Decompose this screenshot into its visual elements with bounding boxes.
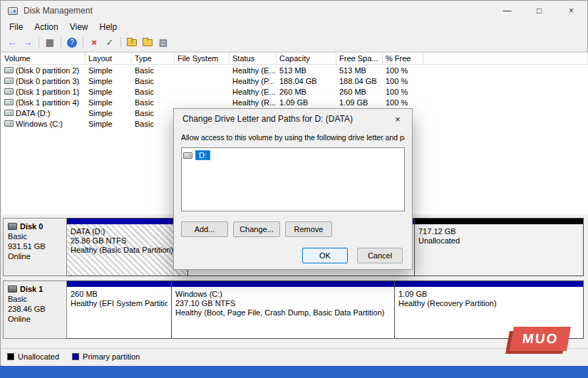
partition-color-bar (67, 219, 187, 224)
menubar: File Action View Help (1, 21, 587, 33)
column-header-capacity[interactable]: Capacity (277, 53, 336, 64)
dialog-instruction: Allow access to this volume by using the… (181, 133, 405, 142)
minimize-button[interactable]: — (491, 1, 523, 21)
add-button[interactable]: Add... (181, 221, 228, 237)
taskbar-strip (0, 366, 588, 378)
volume-icon (4, 110, 14, 116)
toolbar-separator (38, 37, 39, 48)
change-drive-letter-dialog: Change Drive Letter and Paths for D: (DA… (173, 108, 413, 270)
table-row[interactable]: (Disk 0 partition 2) Simple Basic Health… (1, 65, 588, 75)
properties-list-icon[interactable]: ▤ (155, 36, 171, 50)
partition-efi[interactable]: 260 MB Healthy (EFI System Partitio (67, 280, 172, 339)
disk-0-header[interactable]: Disk 0 Basic 931.51 GB Online (3, 218, 67, 276)
volume-icon (4, 120, 14, 127)
ok-button[interactable]: OK (302, 248, 348, 263)
help-icon[interactable]: ? (64, 36, 80, 50)
column-header-status[interactable]: Status (229, 53, 277, 64)
window-controls: — □ × (491, 1, 587, 21)
disk-icon (8, 223, 17, 230)
partition-color-bar (415, 219, 583, 224)
menu-action[interactable]: Action (29, 21, 63, 33)
column-header-pct-free[interactable]: % Free (383, 53, 423, 64)
partition-windows-c[interactable]: Windows (C:) 237.10 GB NTFS Healthy (Boo… (172, 280, 395, 339)
menu-view[interactable]: View (64, 21, 94, 33)
app-icon (8, 7, 18, 15)
drive-letter-list[interactable]: D: (181, 147, 405, 211)
toolbar: ← → ▦ ? × ✓ ↑ ▤ (1, 33, 587, 52)
dialog-title: Change Drive Letter and Paths for D: (DA… (182, 114, 353, 124)
toolbar-separator (83, 37, 83, 48)
partition-color-bar (172, 281, 394, 287)
partition-color-bar (67, 281, 171, 287)
toolbar-separator (120, 37, 121, 48)
dialog-close-icon[interactable]: × (383, 109, 412, 129)
primary-partition-swatch (72, 353, 79, 360)
unallocated-swatch (7, 353, 14, 360)
partition-unallocated[interactable]: 717.12 GB Unallocated (415, 218, 584, 276)
drive-letter-label: D: (195, 150, 210, 160)
table-row[interactable]: (Disk 1 partition 1) Simple Basic Health… (1, 86, 588, 97)
screen: Disk Management — □ × File Action View H… (0, 0, 588, 378)
drive-icon (183, 152, 192, 159)
dialog-titlebar: Change Drive Letter and Paths for D: (DA… (174, 109, 412, 129)
disk-1-row: Disk 1 Basic 238.46 GB Online 260 MB Hea… (3, 280, 584, 339)
volume-list-header: Volume Layout Type File System Status Ca… (1, 53, 588, 65)
column-header-type[interactable]: Type (132, 53, 175, 64)
mark-active-icon[interactable]: ✓ (102, 36, 118, 50)
volume-icon (4, 67, 14, 73)
cancel-button[interactable]: Cancel (357, 248, 403, 263)
legend-primary-partition: Primary partition (72, 352, 140, 361)
forward-icon[interactable]: → (20, 36, 36, 50)
change-button[interactable]: Change... (233, 221, 280, 237)
remove-button[interactable]: Remove (285, 221, 332, 237)
volume-icon (4, 88, 14, 95)
open-folder-up-icon[interactable]: ↑ (124, 36, 140, 50)
toolbar-separator (61, 37, 61, 48)
disk-icon (8, 285, 17, 293)
table-row[interactable]: (Disk 0 partition 3) Simple Basic Health… (1, 75, 588, 86)
column-header-free-space[interactable]: Free Spa... (336, 53, 383, 64)
window-title: Disk Management (24, 6, 93, 16)
disk-1-header[interactable]: Disk 1 Basic 238.46 GB Online (3, 280, 67, 339)
console-tree-icon[interactable]: ▦ (42, 36, 58, 50)
legend-unallocated: Unallocated (7, 352, 59, 361)
column-header-filler (423, 53, 588, 64)
menu-help[interactable]: Help (94, 21, 123, 33)
volume-icon (4, 78, 14, 84)
column-header-layout[interactable]: Layout (86, 53, 132, 64)
volume-icon (4, 99, 14, 105)
back-icon[interactable]: ← (4, 36, 20, 50)
table-row[interactable]: (Disk 1 partition 4) Simple Basic Health… (1, 97, 588, 107)
column-header-volume[interactable]: Volume (1, 53, 86, 64)
drive-letter-item[interactable]: D: (183, 150, 403, 160)
delete-volume-icon[interactable]: × (86, 36, 102, 50)
muo-watermark: MUO (506, 325, 572, 354)
close-button[interactable]: × (555, 1, 587, 21)
legend-bar: Unallocated Primary partition (1, 348, 588, 364)
maximize-button[interactable]: □ (523, 1, 555, 21)
menu-file[interactable]: File (4, 21, 29, 33)
partition-color-bar (395, 281, 583, 287)
folder-icon[interactable] (140, 36, 155, 50)
titlebar: Disk Management — □ × (1, 1, 587, 21)
partition-data-d[interactable]: DATA (D:) 25.86 GB NTFS Healthy (Basic D… (67, 218, 188, 276)
column-header-file-system[interactable]: File System (175, 53, 229, 64)
